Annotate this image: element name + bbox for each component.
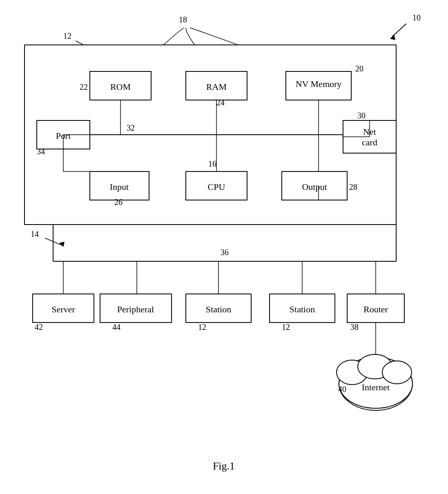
input-label: Input	[110, 182, 129, 192]
ref-32-label: 32	[127, 123, 135, 132]
ram-label: RAM	[206, 82, 227, 92]
ref-22-label: 22	[80, 82, 88, 91]
svg-line-0	[392, 24, 406, 37]
ref-38-label: 38	[350, 323, 359, 332]
ref-40-label: 40	[338, 385, 346, 394]
internet-label: Internet	[362, 382, 390, 392]
ref-36-label: 36	[221, 248, 229, 257]
svg-point-35	[382, 361, 412, 384]
ref-18-label: 18	[179, 15, 187, 24]
peripheral-label: Peripheral	[117, 304, 154, 314]
svg-marker-1	[390, 35, 395, 40]
station1-label: Station	[206, 304, 231, 314]
cpu-label: CPU	[208, 182, 225, 192]
ref-34-label: 34	[37, 147, 45, 156]
ref-10-label: 10	[412, 13, 421, 22]
ref-14-label: 14	[31, 229, 39, 238]
router-label: Router	[363, 304, 388, 314]
station2-label: Station	[290, 304, 315, 314]
ref-30-label: 30	[357, 111, 366, 120]
ref-44-label: 44	[112, 323, 120, 332]
server-label: Server	[51, 304, 75, 314]
ref-26-label: 26	[114, 198, 123, 207]
fig-label: Fig.1	[213, 460, 235, 472]
ref-24-label: 24	[216, 98, 225, 107]
ref-12b-label: 12	[282, 323, 290, 332]
nv-memory-label: NV Memory	[296, 79, 342, 89]
diagram: 10 12 18 ROM 22 RAM 24 NV Memory 20 Net …	[0, 0, 448, 494]
ref-28-label: 28	[349, 182, 357, 191]
ref-12-top-label: 12	[63, 31, 71, 40]
output-label: Output	[302, 182, 327, 192]
rom-label: ROM	[110, 82, 131, 92]
net-card-label-line2: card	[362, 137, 377, 147]
ref-42-label: 42	[35, 323, 43, 332]
ref-16-label: 16	[208, 159, 216, 168]
ref-12a-label: 12	[198, 323, 206, 332]
ref-20-label: 20	[355, 64, 363, 73]
